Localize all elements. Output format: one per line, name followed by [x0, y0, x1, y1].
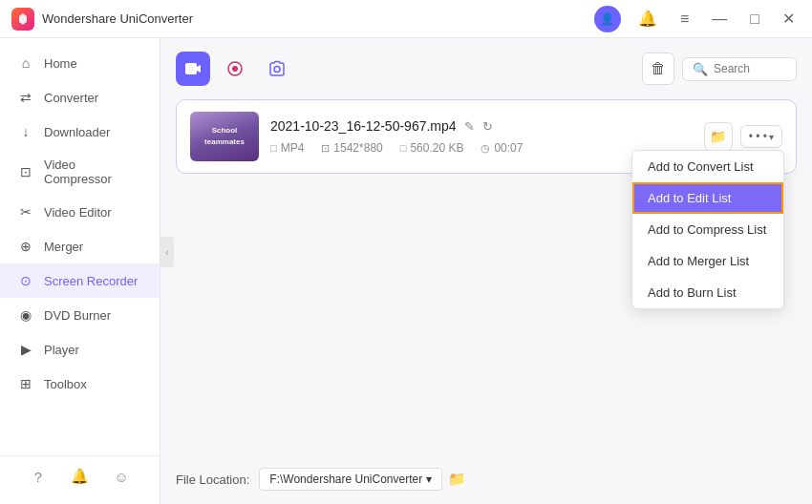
- svg-point-4: [274, 67, 280, 73]
- sidebar-item-player[interactable]: ▶ Player: [0, 332, 160, 367]
- meta-size: □ 560.20 KB: [400, 141, 464, 155]
- screen-recorder-icon: ⊙: [17, 272, 34, 289]
- more-options-button[interactable]: • • • ▾: [740, 125, 782, 148]
- path-chevron: ▾: [426, 472, 432, 486]
- add-to-convert-item[interactable]: Add to Convert List: [632, 151, 783, 182]
- sidebar: ⌂ Home ⇄ Converter ↓ Downloader ⊡ Video …: [0, 38, 160, 504]
- sidebar-label-downloader: Downloader: [44, 125, 110, 139]
- sidebar-item-video-compressor[interactable]: ⊡ Video Compressor: [0, 149, 160, 195]
- sidebar-label-toolbox: Toolbox: [44, 377, 87, 391]
- tab-screen-button[interactable]: [218, 52, 252, 86]
- tab-snapshot-button[interactable]: [260, 52, 294, 86]
- sidebar-item-downloader[interactable]: ↓ Downloader: [0, 115, 160, 149]
- sidebar-label-merger: Merger: [44, 240, 83, 254]
- home-icon: ⌂: [17, 54, 34, 72]
- meta-format: □ MP4: [270, 141, 304, 155]
- menu-icon[interactable]: ≡: [674, 9, 694, 30]
- sidebar-label-compressor: Video Compressor: [44, 158, 142, 186]
- sidebar-collapse-toggle[interactable]: ‹: [160, 237, 174, 267]
- downloader-icon: ↓: [17, 123, 34, 140]
- svg-marker-1: [197, 65, 201, 73]
- sidebar-label-home: Home: [44, 56, 77, 71]
- merger-icon: ⊕: [17, 238, 34, 255]
- bell-icon[interactable]: 🔔: [632, 8, 663, 30]
- add-to-edit-item[interactable]: Add to Edit List: [632, 182, 783, 214]
- sidebar-bottom: ? 🔔 ☺: [0, 455, 160, 496]
- more-chevron: ▾: [769, 132, 774, 142]
- toolbox-icon: ⊞: [17, 375, 34, 392]
- meta-duration: ◷ 00:07: [481, 141, 523, 155]
- search-box[interactable]: 🔍: [682, 57, 797, 81]
- sidebar-label-dvd: DVD Burner: [44, 308, 111, 323]
- sidebar-item-home[interactable]: ⌂ Home: [0, 46, 160, 80]
- edit-filename-icon[interactable]: ✎: [464, 119, 475, 134]
- path-text: F:\Wondershare UniConverter: [269, 472, 422, 486]
- refresh-icon[interactable]: ↻: [482, 119, 493, 134]
- file-duration: 00:07: [494, 141, 523, 155]
- converter-icon: ⇄: [17, 89, 34, 106]
- sidebar-item-screen-recorder[interactable]: ⊙ Screen Recorder: [0, 263, 160, 298]
- tab-video-button[interactable]: [176, 52, 210, 86]
- sidebar-label-screen-recorder: Screen Recorder: [44, 274, 138, 288]
- file-format: MP4: [281, 141, 305, 155]
- file-info: 2021-10-23_16-12-50-967.mp4 ✎ ↻ □ MP4 ⊡ …: [270, 118, 693, 155]
- file-actions: 📁 • • • ▾: [704, 122, 782, 151]
- add-to-burn-item[interactable]: Add to Burn List: [632, 277, 783, 308]
- thumb-text1: School: [212, 126, 238, 136]
- user-icon[interactable]: 👤: [594, 6, 621, 32]
- search-input[interactable]: [714, 62, 790, 75]
- sidebar-item-dvd-burner[interactable]: ◉ DVD Burner: [0, 298, 160, 332]
- size-icon: □: [400, 142, 407, 154]
- help-icon[interactable]: ?: [28, 466, 49, 487]
- app-logo: [11, 8, 34, 31]
- file-name-row: 2021-10-23_16-12-50-967.mp4 ✎ ↻: [270, 118, 693, 134]
- svg-point-3: [232, 66, 238, 72]
- minimize-button[interactable]: —: [706, 9, 733, 30]
- file-size: 560.20 KB: [410, 141, 463, 155]
- add-to-merger-item[interactable]: Add to Merger List: [632, 245, 783, 277]
- sidebar-label-converter: Converter: [44, 91, 98, 105]
- close-button[interactable]: ✕: [777, 8, 801, 30]
- sidebar-label-player: Player: [44, 343, 79, 357]
- svg-rect-0: [185, 63, 197, 74]
- file-thumbnail: School teammates: [190, 112, 259, 161]
- open-folder-icon[interactable]: 📁: [448, 471, 466, 488]
- resolution-icon: ⊡: [321, 142, 330, 155]
- file-path: F:\Wondershare UniConverter ▾ 📁: [259, 468, 466, 491]
- sidebar-item-merger[interactable]: ⊕ Merger: [0, 229, 160, 263]
- main-layout: ⌂ Home ⇄ Converter ↓ Downloader ⊡ Video …: [0, 38, 812, 504]
- sidebar-item-toolbox[interactable]: ⊞ Toolbox: [0, 367, 160, 401]
- maximize-button[interactable]: □: [744, 9, 765, 30]
- folder-action-button[interactable]: 📁: [704, 122, 733, 151]
- notification-icon[interactable]: 🔔: [69, 466, 90, 487]
- file-name: 2021-10-23_16-12-50-967.mp4: [270, 118, 457, 134]
- meta-resolution: ⊡ 1542*880: [321, 141, 382, 155]
- sidebar-item-converter[interactable]: ⇄ Converter: [0, 80, 160, 115]
- editor-icon: ✂: [17, 203, 34, 220]
- footer: File Location: F:\Wondershare UniConvert…: [176, 456, 797, 491]
- format-icon: □: [270, 142, 277, 154]
- app-title: Wondershare UniConverter: [42, 11, 594, 26]
- duration-icon: ◷: [481, 142, 490, 155]
- toolbar: 🗑 🔍: [176, 52, 797, 86]
- file-location-label: File Location:: [176, 472, 249, 487]
- path-selector[interactable]: F:\Wondershare UniConverter ▾: [259, 468, 442, 491]
- file-meta: □ MP4 ⊡ 1542*880 □ 560.20 KB ◷ 00:07: [270, 141, 693, 155]
- smiley-icon[interactable]: ☺: [111, 466, 132, 487]
- compressor-icon: ⊡: [17, 163, 34, 180]
- file-resolution: 1542*880: [333, 141, 382, 155]
- dvd-icon: ◉: [17, 306, 34, 324]
- delete-button[interactable]: 🗑: [642, 52, 674, 85]
- more-dots: • • •: [749, 130, 767, 143]
- sidebar-item-video-editor[interactable]: ✂ Video Editor: [0, 195, 160, 229]
- add-to-compress-item[interactable]: Add to Compress List: [632, 214, 783, 245]
- player-icon: ▶: [17, 341, 34, 358]
- window-controls: 👤 🔔 ≡ — □ ✕: [594, 6, 801, 32]
- sidebar-label-editor: Video Editor: [44, 205, 112, 220]
- title-bar: Wondershare UniConverter 👤 🔔 ≡ — □ ✕: [0, 0, 812, 38]
- file-card: School teammates 2021-10-23_16-12-50-967…: [176, 99, 797, 174]
- content-area: 🗑 🔍 School teammates 2021-10-23_16-12-50…: [160, 38, 812, 504]
- thumb-text2: teammates: [204, 137, 245, 147]
- search-icon: 🔍: [693, 62, 708, 76]
- dropdown-menu: Add to Convert List Add to Edit List Add…: [631, 150, 784, 309]
